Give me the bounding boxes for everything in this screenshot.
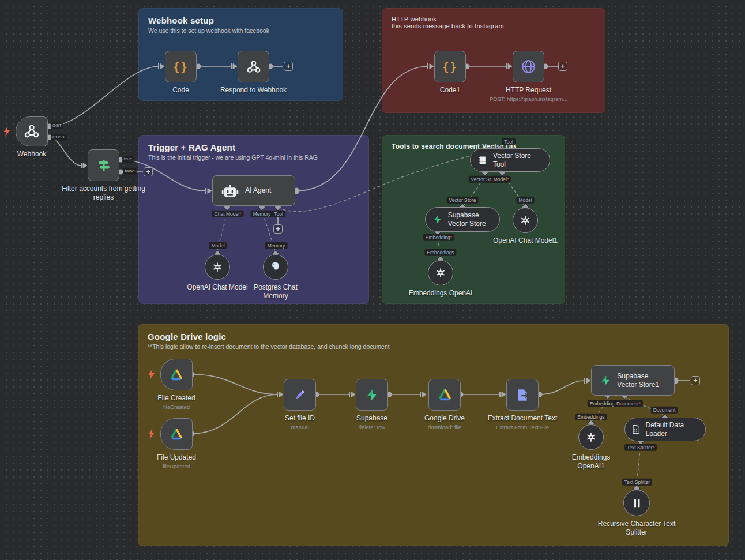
google-drive-icon bbox=[170, 369, 183, 381]
port-label-model: Model* bbox=[491, 176, 511, 183]
node-supabase-vector-store[interactable]: Supabase Vector Store bbox=[425, 207, 500, 232]
add-node-button[interactable]: + bbox=[284, 62, 293, 71]
node-label-wrap: Code1 bbox=[427, 86, 473, 95]
output-label-get: GET bbox=[51, 123, 63, 129]
port-label-memory: Memory bbox=[265, 242, 288, 249]
node-supabase-vector-store1[interactable]: Supabase Vector Store1 bbox=[591, 365, 675, 396]
node-label: AI Agent bbox=[245, 186, 271, 194]
workflow-canvas[interactable]: Webhook setup We use this to set up webh… bbox=[0, 0, 745, 560]
node-label-wrap: HTTP Request POST: https://graph.instagr… bbox=[477, 86, 581, 102]
node-label-wrap: OpenAI Chat Model1 bbox=[482, 236, 569, 245]
plus-icon: + bbox=[286, 63, 290, 70]
node-supabase[interactable]: Supabase delete: row bbox=[356, 379, 388, 411]
node-embeddings-openai1[interactable]: Embeddings OpenAI1 bbox=[578, 424, 604, 450]
webhook-icon bbox=[23, 123, 40, 140]
add-node-button[interactable]: + bbox=[144, 167, 153, 176]
node-openai-chat-model[interactable]: OpenAI Chat Model bbox=[205, 254, 230, 280]
add-node-button[interactable]: + bbox=[558, 62, 567, 71]
openai-icon bbox=[519, 214, 532, 227]
node-label: OpenAI Chat Model1 bbox=[482, 236, 569, 245]
signpost-icon bbox=[96, 158, 111, 173]
node-postgres-chat-memory[interactable]: Postgres Chat Memory bbox=[263, 254, 288, 280]
node-ai-agent[interactable]: AI Agent bbox=[212, 175, 295, 206]
node-label: Extract Document Text bbox=[476, 414, 569, 423]
node-label-wrap: Embeddings OpenAI bbox=[400, 289, 481, 298]
port-label-memory: Memory bbox=[251, 211, 273, 217]
add-node-button[interactable]: + bbox=[273, 224, 283, 234]
openai-icon bbox=[211, 261, 224, 273]
code-icon: {} bbox=[173, 61, 189, 73]
node-label: Supabase bbox=[343, 414, 401, 423]
node-set-file-id[interactable]: Set file ID manual bbox=[284, 379, 316, 411]
node-sublabel: fileCreated bbox=[145, 404, 208, 410]
text-splitter-icon bbox=[632, 497, 642, 509]
output-label-false: false bbox=[123, 168, 137, 175]
port-label-text-splitter: Text Splitter* bbox=[624, 444, 657, 451]
node-label: Embeddings OpenAI bbox=[400, 289, 481, 298]
node-label-wrap: Embeddings OpenAI1 bbox=[565, 453, 617, 471]
node-embeddings-openai[interactable]: Embeddings OpenAI bbox=[428, 260, 453, 285]
port-label-model: Model bbox=[209, 242, 227, 249]
pencil-icon bbox=[293, 388, 307, 402]
node-file-created[interactable]: File Created fileCreated bbox=[160, 359, 193, 390]
google-drive-icon bbox=[170, 428, 183, 441]
n8n-icon bbox=[246, 59, 262, 75]
node-google-drive[interactable]: Google Drive download: file bbox=[428, 379, 461, 411]
port-label-chat-model: Chat Model* bbox=[212, 211, 244, 217]
sticky-title: HTTP webhook bbox=[392, 16, 596, 22]
add-node-button[interactable]: + bbox=[691, 376, 700, 385]
node-webhook[interactable]: Webhook bbox=[16, 116, 48, 146]
port-label-vector-store: Vector Store bbox=[447, 197, 479, 204]
node-label: File Created bbox=[145, 394, 208, 403]
port-label-tool: Tool bbox=[502, 138, 516, 145]
node-sublabel: manual bbox=[274, 424, 326, 430]
node-label: Postgres Chat Memory bbox=[244, 283, 307, 300]
google-drive-icon bbox=[438, 388, 452, 401]
node-label-wrap: Recursive Character Text Splitter bbox=[593, 520, 680, 537]
node-sublabel: fileUpdated bbox=[145, 463, 208, 469]
node-label: Default Data Loader bbox=[645, 421, 698, 438]
node-label: File Updated bbox=[145, 453, 208, 462]
node-vector-store-tool[interactable]: Vector Store Tool bbox=[470, 148, 550, 172]
supabase-icon bbox=[432, 213, 443, 225]
plus-icon: + bbox=[146, 168, 150, 175]
data-loader-icon bbox=[632, 424, 640, 435]
supabase-icon bbox=[365, 388, 379, 402]
sticky-title: Webhook setup bbox=[148, 16, 333, 25]
sticky-trigger-rag[interactable]: Trigger + RAG Agent This is the initial … bbox=[138, 135, 369, 304]
node-label-wrap: File Updated fileUpdated bbox=[145, 453, 208, 469]
node-label: Code bbox=[158, 86, 204, 95]
node-code[interactable]: {} Code bbox=[165, 51, 197, 82]
robot-icon bbox=[221, 184, 239, 198]
port-label-embedding: Embedding* bbox=[423, 234, 454, 241]
sticky-subtitle: This is the initial trigger - we are usi… bbox=[148, 154, 359, 161]
node-label: Embeddings OpenAI1 bbox=[565, 453, 617, 471]
node-recursive-text-splitter[interactable]: Recursive Character Text Splitter bbox=[623, 490, 650, 516]
node-label-wrap: Postgres Chat Memory bbox=[244, 283, 307, 300]
node-extract-document-text[interactable]: Extract Document Text Extract From Text … bbox=[506, 379, 539, 411]
sticky-subtitle: this sends message back to Instagram bbox=[392, 22, 596, 29]
node-openai-chat-model1[interactable]: OpenAI Chat Model1 bbox=[513, 208, 538, 233]
port-label-text-splitter: Text Splitter bbox=[622, 479, 652, 486]
node-respond-to-webhook[interactable]: Respond to Webhook bbox=[238, 51, 269, 82]
openai-icon bbox=[585, 431, 597, 444]
node-label-wrap: Filter accounts from getting replies bbox=[61, 185, 147, 202]
node-filter-accounts[interactable]: Filter accounts from getting replies bbox=[88, 149, 119, 181]
node-file-updated[interactable]: File Updated fileUpdated bbox=[160, 418, 193, 450]
node-label: Recursive Character Text Splitter bbox=[593, 520, 680, 537]
node-http-request[interactable]: HTTP Request POST: https://graph.instagr… bbox=[513, 51, 544, 82]
node-code1[interactable]: {} Code1 bbox=[434, 51, 466, 82]
port-label-document: Document* bbox=[614, 400, 643, 407]
node-label-wrap: Respond to Webhook bbox=[210, 86, 297, 95]
trigger-bolt-icon bbox=[148, 369, 155, 379]
node-sublabel: Extract From Text File bbox=[476, 424, 569, 430]
node-label-wrap: Extract Document Text Extract From Text … bbox=[476, 414, 569, 430]
supabase-icon bbox=[600, 374, 611, 388]
trigger-bolt-icon bbox=[3, 126, 10, 137]
node-default-data-loader[interactable]: Default Data Loader bbox=[624, 418, 706, 441]
plus-icon: + bbox=[276, 225, 280, 232]
node-label: Set file ID bbox=[274, 414, 326, 423]
trigger-bolt-icon bbox=[148, 429, 155, 439]
sticky-subtitle: **This logic allow to re-insert document… bbox=[148, 343, 719, 350]
node-label-wrap: Set file ID manual bbox=[274, 414, 326, 430]
